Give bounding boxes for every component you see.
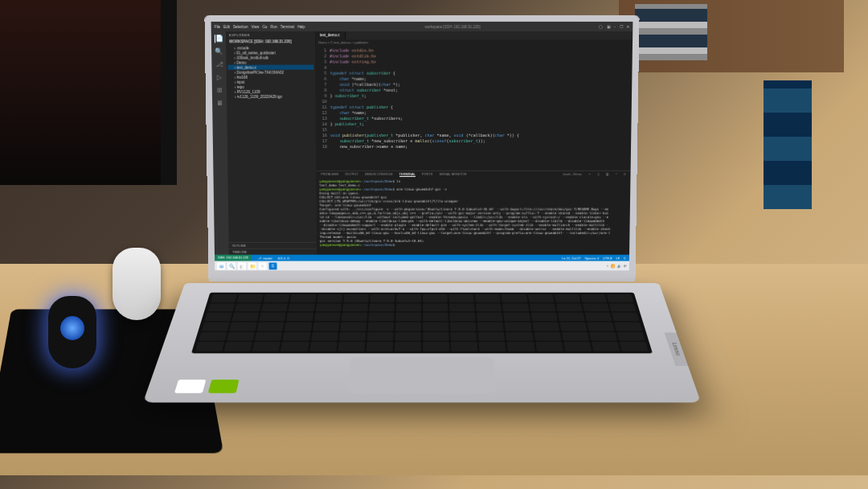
menu-view[interactable]: View [252,24,260,28]
code-editor[interactable]: 1#include <stdio.h>2#include <stdlib.h>3… [315,46,633,171]
menu-go[interactable]: Go [262,24,267,28]
panel[interactable]: PROBLEMSOUTPUTDEBUG CONSOLETERMINALPORTS… [316,171,630,255]
menu-selection[interactable]: Selection [233,24,248,28]
workspace-name[interactable]: WORKSPACE [SSH: 192.168.31.220] [226,39,315,44]
menu-bar[interactable]: FileEditSelectionViewGoRunTerminalHelp [215,24,309,28]
explorer-icon[interactable]: 📄 [214,35,223,43]
new-terminal-icon[interactable]: ＋ [588,172,592,177]
extensions-icon[interactable]: ⊞ [215,87,223,95]
status-item[interactable]: LF [616,256,620,260]
explorer-button[interactable]: 📁 [248,262,256,269]
taskview-button[interactable]: ◧ [238,262,246,269]
terminal[interactable]: yangyansen@yangyansen:~/workspace/Demo$ … [316,178,630,255]
panel-tab-output[interactable]: OUTPUT [345,172,358,177]
wifi-icon[interactable]: 📶 [611,264,615,268]
close-panel-icon[interactable]: ✕ [624,172,626,177]
status-item[interactable]: Spaces: 4 [585,256,600,260]
laptop-keyboard [191,293,653,354]
explorer-sidebar[interactable]: EXPLORER WORKSPACE [SSH: 192.168.31.220]… [226,31,317,255]
editor-group: test_demo.c Demo > C test_demo.c > publi… [315,31,633,255]
start-button[interactable]: ⊞ [217,262,225,269]
menu-terminal[interactable]: Terminal [280,24,294,28]
git-branch[interactable]: ⎇ master [258,256,272,260]
qr-sticker [174,380,207,393]
nvidia-sticker [208,380,240,393]
layout-icon[interactable]: ▢ [599,24,603,28]
panel-tab-ports[interactable]: PORTS [422,172,433,177]
panel-tabs[interactable]: PROBLEMSOUTPUTDEBUG CONSOLETERMINALPORTS… [316,171,630,178]
menu-edit[interactable]: Edit [223,24,230,28]
touchpad [347,357,497,392]
status-item[interactable]: UTF-8 [603,256,612,260]
minimize-icon[interactable]: − [614,24,616,28]
shell-picker[interactable]: bash - Demo [563,172,582,177]
volume-icon[interactable]: 🔊 [617,264,621,268]
status-item[interactable]: C [624,256,626,260]
clock[interactable]: 中 [624,264,627,268]
maximize-icon[interactable]: ☐ [620,24,623,28]
mouse-black-rgb [48,296,96,368]
trash-icon[interactable]: 🗑 [606,172,609,177]
laptop-base: Lenovo [143,283,701,402]
window-title: workspace [SSH: 192.168.31.220] [313,24,592,28]
menu-help[interactable]: Help [297,24,305,28]
file-tree[interactable]: › .vscode› 01_all_series_quickstart› 100… [226,44,317,242]
close-icon[interactable]: ✕ [626,24,629,28]
explorer-title: EXPLORER [226,31,315,39]
outline-section[interactable]: OUTLINE [229,242,317,249]
mouse-white [113,248,161,320]
editor-tabs[interactable]: test_demo.c [315,31,633,39]
maximize-panel-icon[interactable]: ^ [616,172,617,177]
panel-tab-problems[interactable]: PROBLEMS [321,172,338,177]
edge-button[interactable]: e [259,262,267,269]
source-control-icon[interactable]: ⎇ [215,61,223,69]
remote-indicator[interactable]: SSH: 192.168.31.220 [215,255,252,261]
panel-tab-serial monitor[interactable]: SERIAL MONITOR [440,172,467,177]
laptop: FileEditSelectionViewGoRunTerminalHelp w… [185,16,659,466]
vscode-button[interactable]: ≡ [269,262,277,269]
windows-taskbar[interactable]: ⊞ 🔍 ◧ 📁 e ≡ ^ 📶 🔊 中 [215,261,629,271]
problems-status[interactable]: ⊘ 0 ⚠ 0 [277,256,289,260]
debug-icon[interactable]: ▷ [215,74,223,82]
menu-run[interactable]: Run [271,24,277,28]
tree-item[interactable]: › rv1126_1109_20220429.tgz [228,94,313,99]
remote-icon[interactable]: 🖥 [215,100,223,108]
laptop-screen: FileEditSelectionViewGoRunTerminalHelp w… [204,15,639,281]
split-terminal-icon[interactable]: ▯ [598,172,600,177]
panel-tab-terminal[interactable]: TERMINAL [399,172,416,177]
window-controls[interactable]: ▢ ▣ − ☐ ✕ [596,24,629,28]
editor-tab[interactable]: test_demo.c [315,31,346,39]
panel-tab-debug console[interactable]: DEBUG CONSOLE [365,172,393,177]
menu-file[interactable]: File [215,24,220,28]
status-bar[interactable]: SSH: 192.168.31.220 ⎇ master ⊘ 0 ⚠ 0 Ln … [215,255,629,261]
vscode-window: FileEditSelectionViewGoRunTerminalHelp w… [211,22,633,270]
vscode-titlebar[interactable]: FileEditSelectionViewGoRunTerminalHelp w… [211,22,633,31]
layout-icon[interactable]: ▣ [607,24,611,28]
external-monitor [0,0,177,185]
stickers [174,380,240,393]
breadcrumb[interactable]: Demo > C test_demo.c > publisher [315,39,633,46]
status-item[interactable]: Ln 11, Col 27 [562,256,581,260]
timeline-section[interactable]: TIMELINE [229,249,317,255]
search-button[interactable]: 🔍 [227,262,235,269]
system-tray[interactable]: ^ 📶 🔊 中 [607,264,627,268]
tray-chevron-icon[interactable]: ^ [607,264,608,268]
search-icon[interactable]: 🔍 [215,47,223,55]
